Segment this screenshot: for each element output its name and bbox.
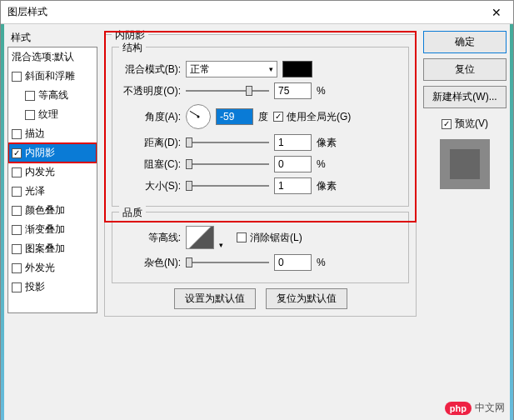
distance-label: 距离(D): xyxy=(119,136,181,150)
inner-shadow-fieldset: 内阴影 结构 混合模式(B): 正常 ▾ 不透明度(O): xyxy=(104,34,417,317)
checkbox-icon xyxy=(12,225,22,235)
style-item-label: 渐变叠加 xyxy=(25,222,65,237)
size-row: 大小(S): 1 像素 xyxy=(119,178,402,194)
checkbox-icon xyxy=(12,263,22,273)
preview-inner xyxy=(450,149,480,179)
chevron-down-icon[interactable]: ▾ xyxy=(219,241,223,249)
angle-label: 角度(A): xyxy=(119,110,181,124)
quality-fieldset: 品质 等高线: ▾ 消除锯齿(L) 杂色(N): xyxy=(112,212,409,283)
noise-input[interactable]: 0 xyxy=(274,254,312,271)
checkbox-icon xyxy=(12,148,22,158)
global-light-checkbox[interactable]: 使用全局光(G) xyxy=(273,110,351,124)
global-light-label: 使用全局光(G) xyxy=(287,110,351,124)
style-item-label: 内发光 xyxy=(25,165,55,179)
style-item-label: 等高线 xyxy=(38,88,68,102)
choke-unit: % xyxy=(317,158,326,170)
style-item[interactable]: 图案叠加 xyxy=(8,239,97,258)
distance-unit: 像素 xyxy=(317,136,337,150)
style-item[interactable]: 颜色叠加 xyxy=(8,201,97,220)
style-item-label: 内阴影 xyxy=(25,146,55,160)
angle-input[interactable]: -59 xyxy=(216,108,253,125)
noise-unit: % xyxy=(317,257,326,268)
style-item[interactable]: 投影 xyxy=(8,278,97,297)
size-slider[interactable] xyxy=(186,178,269,193)
ok-button[interactable]: 确定 xyxy=(423,31,507,53)
style-item-label: 图案叠加 xyxy=(25,242,65,256)
choke-input[interactable]: 0 xyxy=(274,156,312,172)
blending-options-label: 混合选项:默认 xyxy=(12,50,74,64)
style-item[interactable]: 外发光 xyxy=(8,258,97,278)
checkbox-icon xyxy=(12,244,22,254)
close-button[interactable]: ✕ xyxy=(480,1,513,24)
styles-panel: 样式 混合选项:默认 斜面和浮雕等高线纹理描边内阴影内发光光泽颜色叠加渐变叠加图… xyxy=(7,31,97,313)
blending-options-header[interactable]: 混合选项:默认 xyxy=(8,48,97,67)
contour-label: 等高线: xyxy=(119,231,181,245)
styles-panel-label: 样式 xyxy=(7,31,97,45)
style-item-label: 颜色叠加 xyxy=(25,203,65,218)
new-style-button[interactable]: 新建样式(W)... xyxy=(423,86,507,108)
style-item[interactable]: 斜面和浮雕 xyxy=(8,67,97,86)
opacity-label: 不透明度(O): xyxy=(119,84,181,98)
noise-slider[interactable] xyxy=(186,255,269,270)
choke-slider[interactable] xyxy=(186,157,269,172)
angle-dial[interactable] xyxy=(186,104,211,129)
shadow-color-swatch[interactable] xyxy=(282,61,312,78)
style-item[interactable]: 纹理 xyxy=(8,105,97,124)
style-item-label: 纹理 xyxy=(38,108,58,122)
style-item[interactable]: 等高线 xyxy=(8,86,97,105)
preview-swatch xyxy=(440,139,490,189)
style-item-label: 描边 xyxy=(25,127,45,141)
noise-label: 杂色(N): xyxy=(119,256,181,270)
titlebar: 图层样式 ✕ xyxy=(1,1,513,24)
opacity-slider[interactable] xyxy=(186,83,269,98)
contour-picker[interactable] xyxy=(186,226,214,249)
style-item-label: 斜面和浮雕 xyxy=(25,69,75,83)
checkbox-icon xyxy=(12,206,22,216)
style-item[interactable]: 渐变叠加 xyxy=(8,220,97,239)
style-item[interactable]: 描边 xyxy=(8,124,97,143)
angle-row: 角度(A): -59 度 使用全局光(G) xyxy=(119,104,402,129)
checkbox-icon xyxy=(12,129,22,139)
style-item-label: 投影 xyxy=(25,280,45,294)
style-item[interactable]: 光泽 xyxy=(8,182,97,201)
make-default-button[interactable]: 设置为默认值 xyxy=(174,288,256,309)
size-input[interactable]: 1 xyxy=(274,178,312,194)
structure-fieldset: 结构 混合模式(B): 正常 ▾ 不透明度(O): xyxy=(112,47,409,207)
chevron-down-icon: ▾ xyxy=(269,65,273,73)
structure-legend: 结构 xyxy=(119,41,146,55)
size-unit: 像素 xyxy=(317,179,337,193)
blend-mode-label: 混合模式(B): xyxy=(119,62,181,77)
distance-slider[interactable] xyxy=(186,135,269,150)
contour-row: 等高线: ▾ 消除锯齿(L) xyxy=(119,226,402,249)
reset-default-button[interactable]: 复位为默认值 xyxy=(266,288,347,309)
antialias-checkbox[interactable]: 消除锯齿(L) xyxy=(237,231,302,245)
watermark-text: 中文网 xyxy=(475,401,505,415)
php-logo: php xyxy=(445,402,472,415)
angle-unit: 度 xyxy=(258,110,268,124)
antialias-label: 消除锯齿(L) xyxy=(250,231,302,245)
checkbox-icon xyxy=(25,110,35,120)
noise-row: 杂色(N): 0 % xyxy=(119,254,402,271)
preview-checkbox[interactable]: 预览(V) xyxy=(423,117,507,131)
checkbox-icon xyxy=(12,72,22,82)
styles-list[interactable]: 混合选项:默认 斜面和浮雕等高线纹理描边内阴影内发光光泽颜色叠加渐变叠加图案叠加… xyxy=(7,47,97,313)
layer-style-dialog: 图层样式 ✕ 样式 混合选项:默认 斜面和浮雕等高线纹理描边内阴影内发光光泽颜色… xyxy=(0,0,514,420)
blend-mode-select[interactable]: 正常 ▾ xyxy=(186,61,277,78)
reset-button[interactable]: 复位 xyxy=(423,58,507,81)
opacity-input[interactable]: 75 xyxy=(274,82,312,99)
style-item-label: 外发光 xyxy=(25,261,55,275)
style-item[interactable]: 内阴影 xyxy=(8,143,97,162)
settings-panel: 内阴影 结构 混合模式(B): 正常 ▾ 不透明度(O): xyxy=(104,31,417,325)
checkbox-icon xyxy=(442,119,452,129)
distance-row: 距离(D): 1 像素 xyxy=(119,134,402,151)
checkbox-icon xyxy=(237,232,247,242)
opacity-unit: % xyxy=(317,85,326,97)
checkbox-icon xyxy=(12,168,22,178)
right-edge-decor xyxy=(510,24,513,420)
opacity-row: 不透明度(O): 75 % xyxy=(119,82,402,99)
action-panel: 确定 复位 新建样式(W)... 预览(V) xyxy=(423,31,507,192)
preview-label: 预览(V) xyxy=(455,117,488,131)
style-item[interactable]: 内发光 xyxy=(8,162,97,182)
distance-input[interactable]: 1 xyxy=(274,134,312,151)
left-edge-decor xyxy=(1,24,4,420)
